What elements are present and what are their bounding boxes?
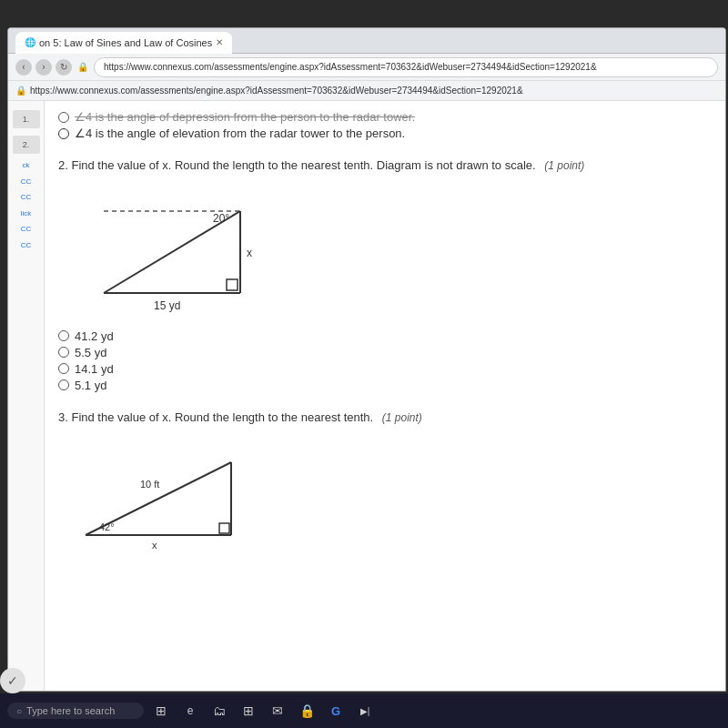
sidebar-link-cc4[interactable]: CC	[21, 241, 32, 250]
triangle3-svg: 42° 10 ft x	[58, 435, 258, 553]
radio-q2-3[interactable]	[58, 363, 69, 374]
forward-button[interactable]: ›	[35, 59, 52, 76]
taskbar-windows-icon[interactable]: ⊞	[149, 699, 173, 723]
tab-favicon: 🌐	[25, 37, 35, 47]
radio-q1-b[interactable]	[58, 128, 69, 139]
security-icon: 🔒	[77, 62, 88, 72]
q2-option-3-text: 14.1 yd	[75, 362, 114, 376]
q1-option-strikethrough: ∠4 is the angle of depression from the p…	[58, 110, 712, 124]
sidebar-link-lick[interactable]: lick	[21, 209, 32, 218]
main-content: ∠4 is the angle of depression from the p…	[45, 101, 725, 692]
right-angle3	[219, 523, 229, 533]
right-angle-marker	[227, 279, 238, 290]
question2-block: 2. Find the value of x. Round the length…	[58, 157, 712, 392]
triangle2-svg: 20° x 15 yd	[58, 184, 295, 320]
side3-label: 10 ft	[140, 479, 159, 490]
q2-option-1-text: 41.2 yd	[75, 329, 114, 343]
taskbar-file-icon[interactable]: 🗂	[207, 699, 231, 723]
title-bar: 🌐 on 5: Law of Sines and Law of Cosines …	[8, 28, 725, 54]
refresh-button[interactable]: ↻	[56, 59, 72, 76]
triangle3-diagram: 42° 10 ft x	[58, 435, 712, 553]
angle3-label: 42°	[99, 521, 115, 532]
question2-options: 41.2 yd 5.5 yd 14.1 yd 5.1 yd	[58, 329, 712, 392]
checkmark-button[interactable]: ✓	[0, 668, 25, 693]
screen-frame: 🌐 on 5: Law of Sines and Law of Cosines …	[0, 0, 728, 728]
radio-q1-a[interactable]	[58, 112, 69, 123]
second-url-bar: 🔒 https://www.connexus.com/assessments/e…	[8, 81, 725, 101]
url-display: https://www.connexus.com/assessments/eng…	[30, 86, 523, 96]
browser-window: 🌐 on 5: Law of Sines and Law of Cosines …	[7, 27, 726, 692]
taskbar-edge-icon[interactable]: e	[178, 699, 202, 723]
question2-text: Find the value of x. Round the length to…	[71, 158, 535, 172]
question3-block: 3. Find the value of x. Round the length…	[58, 409, 712, 554]
taskbar-lock-icon[interactable]: 🔒	[295, 699, 318, 723]
base-label: 15 yd	[154, 299, 180, 312]
question1-block: ∠4 is the angle of depression from the p…	[58, 110, 712, 140]
nav-controls: ‹ › ↻	[15, 59, 72, 76]
taskbar-apps-icon[interactable]: ⊞	[237, 699, 260, 723]
q2-option-3: 14.1 yd	[58, 362, 712, 376]
sidebar-item-2: 2.	[13, 136, 40, 154]
url-bar: ‹ › ↻ 🔒	[8, 54, 725, 81]
q1-option-a-text: ∠4 is the angle of depression from the p…	[75, 110, 415, 124]
tab-area: 🌐 on 5: Law of Sines and Law of Cosines …	[15, 28, 232, 53]
radio-q2-2[interactable]	[58, 347, 69, 358]
sidebar-link-cc2[interactable]: CC	[21, 193, 32, 202]
browser-tab[interactable]: 🌐 on 5: Law of Sines and Law of Cosines …	[15, 32, 232, 54]
q2-option-1: 41.2 yd	[58, 329, 712, 343]
q1-option-b-text: ∠4 is the angle of elevation from the ra…	[75, 126, 405, 140]
angle-label: 20°	[213, 212, 229, 225]
sidebar-link-cc3[interactable]: CC	[21, 225, 32, 234]
q2-option-2: 5.5 yd	[58, 346, 712, 359]
search-placeholder: Type here to search	[26, 705, 115, 716]
x-label: x	[247, 247, 252, 259]
sidebar-link-ck[interactable]: ck	[23, 161, 30, 170]
question3-header: 3. Find the value of x. Round the length…	[58, 409, 712, 427]
taskbar-search[interactable]: ○ Type here to search	[7, 703, 144, 719]
url-input[interactable]	[94, 57, 718, 77]
sidebar-link-cc1[interactable]: CC	[21, 177, 32, 187]
taskbar: ○ Type here to search ⊞ e 🗂 ⊞ ✉ 🔒 G ▶|	[0, 693, 728, 728]
question3-number: 3.	[58, 410, 68, 424]
q2-option-2-text: 5.5 yd	[75, 346, 106, 359]
question3-points: (1 point)	[382, 411, 422, 424]
question3-text: Find the value of x. Round the length to…	[71, 410, 373, 424]
triangle2-diagram: 20° x 15 yd	[58, 184, 712, 320]
radio-q2-1[interactable]	[58, 330, 69, 341]
tab-label: on 5: Law of Sines and Law of Cosines	[39, 37, 212, 48]
radio-q2-4[interactable]	[58, 379, 69, 390]
back-button[interactable]: ‹	[15, 59, 32, 76]
left-sidebar: 1. 2. ck CC CC lick CC CC	[8, 101, 45, 692]
base3-x-label: x	[152, 540, 157, 551]
page-content: 1. 2. ck CC CC lick CC CC ∠4 is the angl…	[8, 101, 725, 692]
question2-points: (1 point)	[544, 159, 584, 172]
question2-header: 2. Find the value of x. Round the length…	[58, 157, 712, 175]
q2-option-4-text: 5.1 yd	[75, 379, 106, 392]
lock-icon-2: 🔒	[15, 86, 26, 96]
sidebar-item-1: 1.	[13, 110, 40, 128]
q1-option-correct: ∠4 is the angle of elevation from the ra…	[58, 126, 712, 140]
taskbar-extra-icon[interactable]: ▶|	[353, 699, 377, 723]
taskbar-mail-icon[interactable]: ✉	[266, 699, 289, 723]
search-icon: ○	[16, 706, 22, 716]
q2-option-4: 5.1 yd	[58, 379, 712, 392]
question2-number: 2.	[58, 158, 68, 172]
taskbar-google-icon[interactable]: G	[324, 699, 348, 723]
tab-close-button[interactable]: ✕	[216, 37, 223, 47]
